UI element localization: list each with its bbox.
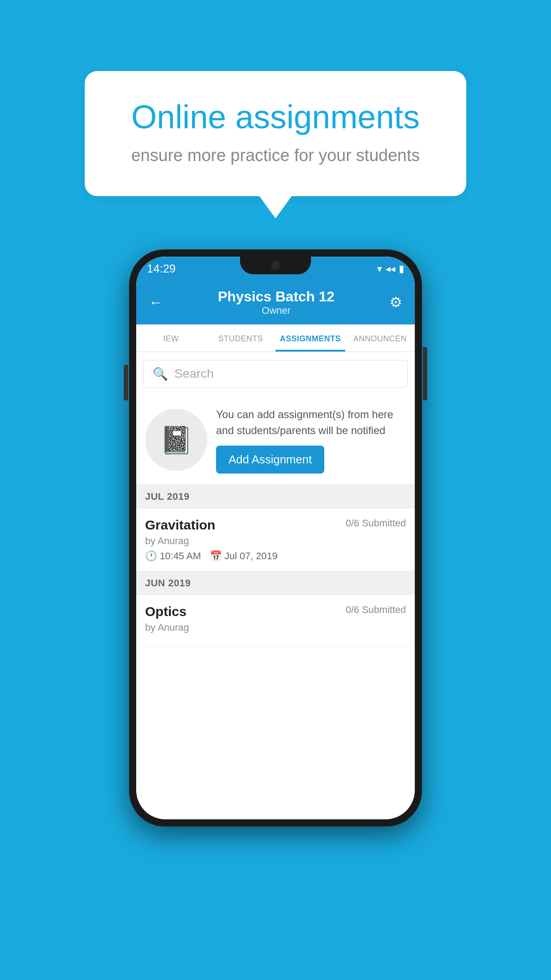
assignment-author-gravitation: by Anurag [145,535,406,547]
assignment-item-gravitation[interactable]: Gravitation 0/6 Submitted by Anurag 🕐 10… [136,509,415,571]
assignment-time-gravitation: 🕐 10:45 AM [145,550,201,562]
status-time: 14:29 [147,262,176,276]
tab-iew[interactable]: IEW [136,324,206,352]
assignment-meta-gravitation: 🕐 10:45 AM 📅 Jul 07, 2019 [145,550,406,562]
section-header-jul: JUL 2019 [136,485,415,509]
info-text-side: You can add assignment(s) from here and … [216,407,406,474]
phone-screen: 14:29 ▾ ◂◂ ▮ ← Physics Batch 12 Owner ⚙ … [136,257,415,819]
tab-assignments[interactable]: ASSIGNMENTS [276,324,345,352]
add-assignment-button[interactable]: Add Assignment [216,446,324,474]
bubble-subtitle: ensure more practice for your students [120,146,431,165]
tabs-bar: IEW STUDENTS ASSIGNMENTS ANNOUNCEN [136,324,415,352]
assignment-name-optics: Optics [145,604,186,619]
tab-announcements[interactable]: ANNOUNCEN [345,324,415,352]
info-description: You can add assignment(s) from here and … [216,407,406,439]
header-title: Physics Batch 12 [218,288,335,305]
assignment-item-optics-top: Optics 0/6 Submitted [145,604,406,619]
search-placeholder: Search [174,367,214,381]
signal-icon: ◂◂ [386,263,395,275]
back-button[interactable]: ← [145,291,166,314]
clock-icon: 🕐 [145,550,157,562]
phone-mockup: 14:29 ▾ ◂◂ ▮ ← Physics Batch 12 Owner ⚙ … [129,249,422,826]
calendar-icon: 📅 [210,550,222,562]
speech-bubble: Online assignments ensure more practice … [85,71,466,196]
phone-outer-frame: 14:29 ▾ ◂◂ ▮ ← Physics Batch 12 Owner ⚙ … [129,249,422,826]
battery-icon: ▮ [399,263,404,275]
tab-students[interactable]: STUDENTS [206,324,276,352]
search-container: 🔍 Search [136,352,415,396]
wifi-icon: ▾ [377,263,382,275]
assignment-item-optics[interactable]: Optics 0/6 Submitted by Anurag [136,595,415,646]
submitted-badge-gravitation: 0/6 Submitted [346,518,406,529]
assignment-icon-circle: 📓 [145,409,207,471]
info-card: 📓 You can add assignment(s) from here an… [136,396,415,485]
status-icons: ▾ ◂◂ ▮ [377,263,404,275]
assignment-name-gravitation: Gravitation [145,518,215,533]
settings-button[interactable]: ⚙ [386,290,406,314]
header-center: Physics Batch 12 Owner [218,288,335,316]
assignment-item-top: Gravitation 0/6 Submitted [145,518,406,533]
section-header-jun: JUN 2019 [136,571,415,595]
assignment-date-gravitation: 📅 Jul 07, 2019 [210,550,278,562]
phone-notch [240,257,311,274]
assignment-notebook-icon: 📓 [160,424,193,456]
assignment-author-optics: by Anurag [145,622,406,633]
submitted-badge-optics: 0/6 Submitted [346,604,406,616]
search-icon: 🔍 [153,367,168,381]
search-bar[interactable]: 🔍 Search [143,360,408,388]
camera-cutout [271,261,280,270]
app-header: ← Physics Batch 12 Owner ⚙ [136,281,415,324]
header-subtitle: Owner [218,305,335,316]
bubble-title: Online assignments [120,98,431,137]
